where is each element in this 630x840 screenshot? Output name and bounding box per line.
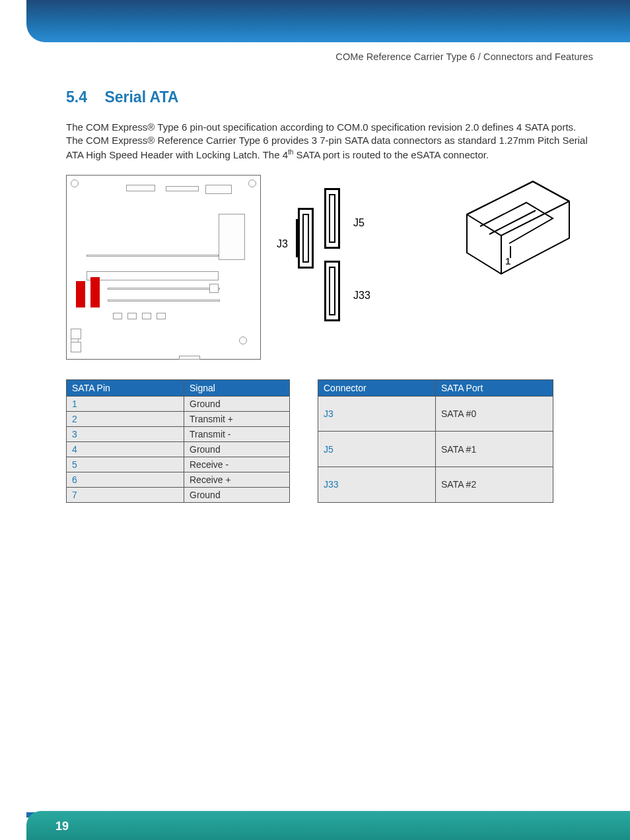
sata-connector-3d-figure: 1	[454, 175, 579, 287]
t1-h0: SATA Pin	[67, 379, 184, 396]
pin1-label: 1	[505, 255, 510, 267]
running-header: COMe Reference Carrier Type 6 / Connecto…	[335, 51, 593, 62]
para-post: SATA port is routed to the eSATA connect…	[293, 149, 489, 160]
label-j33: J33	[353, 290, 370, 302]
section-number: 5.4	[66, 88, 100, 106]
table-row: J33SATA #2	[318, 467, 553, 503]
footer-bar	[26, 811, 630, 840]
table-row: 7Ground	[67, 487, 290, 502]
highlight-connector-a	[76, 281, 85, 307]
section-heading: 5.4 Serial ATA	[66, 88, 593, 106]
connector-j33-icon	[324, 261, 340, 321]
tables-row: SATA Pin Signal 1Ground 2Transmit + 3Tra…	[66, 379, 593, 503]
t2-h1: SATA Port	[436, 379, 553, 396]
t2-h0: Connector	[318, 379, 436, 396]
t1-h1: Signal	[184, 379, 290, 396]
section-paragraph: The COM Express® Type 6 pin-out specific…	[66, 121, 593, 162]
label-j5: J5	[353, 217, 365, 229]
section-title: Serial ATA	[104, 88, 178, 106]
page-footer: 19	[0, 811, 630, 840]
table-row: 6Receive +	[67, 472, 290, 487]
connector-j3-icon	[298, 208, 314, 269]
sata-connector-svg	[454, 175, 579, 287]
board-layout-figure	[66, 175, 261, 360]
figure-row: J3 J5 J33 1	[66, 175, 593, 360]
page-number: 19	[55, 820, 69, 833]
page-content: 5.4 Serial ATA The COM Express® Type 6 p…	[0, 42, 630, 503]
label-j3: J3	[277, 238, 288, 250]
sata-pin-table: SATA Pin Signal 1Ground 2Transmit + 3Tra…	[66, 379, 290, 503]
sata-port-table: Connector SATA Port J3SATA #0 J5SATA #1 …	[318, 379, 553, 503]
connector-j5-icon	[324, 188, 340, 249]
table-row: 4Ground	[67, 441, 290, 457]
table-row: 5Receive -	[67, 457, 290, 472]
highlight-connector-b	[90, 277, 100, 307]
table-row: 2Transmit +	[67, 411, 290, 426]
connector-positions-figure: J3 J5 J33	[271, 175, 443, 360]
table-row: 3Transmit -	[67, 426, 290, 441]
table-row: J3SATA #0	[318, 396, 553, 432]
top-banner	[26, 0, 630, 42]
table-row: J5SATA #1	[318, 432, 553, 467]
table-row: 1Ground	[67, 396, 290, 411]
